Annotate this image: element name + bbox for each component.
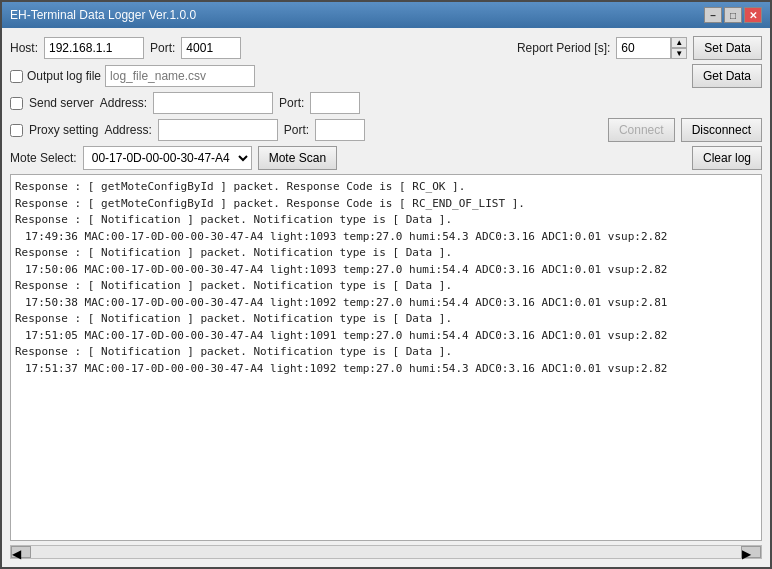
port-label: Port: — [150, 41, 175, 55]
proxy-address-input[interactable] — [158, 119, 278, 141]
send-server-address-label: Address: — [100, 96, 147, 110]
close-button[interactable]: ✕ — [744, 7, 762, 23]
log-line: Response : [ Notification ] packet. Noti… — [15, 212, 757, 229]
log-area[interactable]: Response : [ getMoteConfigById ] packet.… — [10, 174, 762, 541]
set-data-button[interactable]: Set Data — [693, 36, 762, 60]
send-server-label: Send server — [29, 96, 94, 110]
report-period-label: Report Period [s]: — [517, 41, 610, 55]
proxy-label: Proxy setting — [29, 123, 98, 137]
spin-up-button[interactable]: ▲ — [671, 37, 687, 48]
proxy-row: Proxy setting Address: Port: Connect Dis… — [10, 118, 762, 142]
title-bar-buttons: – □ ✕ — [704, 7, 762, 23]
log-line: 17:49:36 MAC:00-17-0D-00-00-30-47-A4 lig… — [15, 229, 757, 246]
log-line: 17:51:05 MAC:00-17-0D-00-00-30-47-A4 lig… — [15, 328, 757, 345]
log-line: 17:50:38 MAC:00-17-0D-00-00-30-47-A4 lig… — [15, 295, 757, 312]
output-log-row: Output log file Get Data — [10, 64, 762, 88]
horizontal-scrollbar[interactable]: ◀ ▶ — [10, 545, 762, 559]
mote-select-label: Mote Select: — [10, 151, 77, 165]
output-log-checkbox[interactable] — [10, 70, 23, 83]
main-window: EH-Terminal Data Logger Ver.1.0.0 – □ ✕ … — [0, 0, 772, 569]
proxy-port-input[interactable] — [315, 119, 365, 141]
mote-scan-button[interactable]: Mote Scan — [258, 146, 337, 170]
title-bar: EH-Terminal Data Logger Ver.1.0.0 – □ ✕ — [2, 2, 770, 28]
log-line: Response : [ Notification ] packet. Noti… — [15, 278, 757, 295]
report-period-input[interactable] — [616, 37, 671, 59]
log-line: Response : [ getMoteConfigById ] packet.… — [15, 179, 757, 196]
host-port-row: Host: Port: Report Period [s]: ▲ ▼ Set D… — [10, 36, 762, 60]
connect-button[interactable]: Connect — [608, 118, 675, 142]
disconnect-button[interactable]: Disconnect — [681, 118, 762, 142]
spinner-buttons: ▲ ▼ — [671, 37, 687, 59]
scroll-right-arrow[interactable]: ▶ — [741, 546, 761, 558]
send-server-port-label: Port: — [279, 96, 304, 110]
send-server-checkbox[interactable] — [10, 97, 23, 110]
get-data-button[interactable]: Get Data — [692, 64, 762, 88]
send-server-port-input[interactable] — [310, 92, 360, 114]
log-line: Response : [ Notification ] packet. Noti… — [15, 245, 757, 262]
host-label: Host: — [10, 41, 38, 55]
window-title: EH-Terminal Data Logger Ver.1.0.0 — [10, 8, 196, 22]
log-line: Response : [ Notification ] packet. Noti… — [15, 344, 757, 361]
log-line: Response : [ Notification ] packet. Noti… — [15, 311, 757, 328]
logfile-input[interactable] — [105, 65, 255, 87]
minimize-button[interactable]: – — [704, 7, 722, 23]
proxy-checkbox[interactable] — [10, 124, 23, 137]
report-section: Report Period [s]: ▲ ▼ Set Data — [517, 36, 762, 60]
log-line: 17:51:37 MAC:00-17-0D-00-00-30-47-A4 lig… — [15, 361, 757, 378]
proxy-port-label: Port: — [284, 123, 309, 137]
log-line: Response : [ getMoteConfigById ] packet.… — [15, 196, 757, 213]
proxy-address-label: Address: — [104, 123, 151, 137]
maximize-button[interactable]: □ — [724, 7, 742, 23]
host-input[interactable] — [44, 37, 144, 59]
clear-log-section: Clear log — [692, 146, 762, 170]
scroll-left-arrow[interactable]: ◀ — [11, 546, 31, 558]
port-input[interactable] — [181, 37, 241, 59]
send-server-row: Send server Address: Port: — [10, 92, 762, 114]
spin-down-button[interactable]: ▼ — [671, 48, 687, 59]
log-line: 17:50:06 MAC:00-17-0D-00-00-30-47-A4 lig… — [15, 262, 757, 279]
clear-log-button[interactable]: Clear log — [692, 146, 762, 170]
mote-row: Mote Select: 00-17-0D-00-00-30-47-A4 Mot… — [10, 146, 762, 170]
connect-buttons: Connect Disconnect — [608, 118, 762, 142]
get-data-section: Get Data — [692, 64, 762, 88]
mote-select[interactable]: 00-17-0D-00-00-30-47-A4 — [83, 146, 252, 170]
output-log-label: Output log file — [27, 69, 101, 83]
main-content: Host: Port: Report Period [s]: ▲ ▼ Set D… — [2, 28, 770, 567]
report-period-spinner: ▲ ▼ — [616, 37, 687, 59]
output-log-section: Output log file — [10, 65, 255, 87]
send-server-address-input[interactable] — [153, 92, 273, 114]
